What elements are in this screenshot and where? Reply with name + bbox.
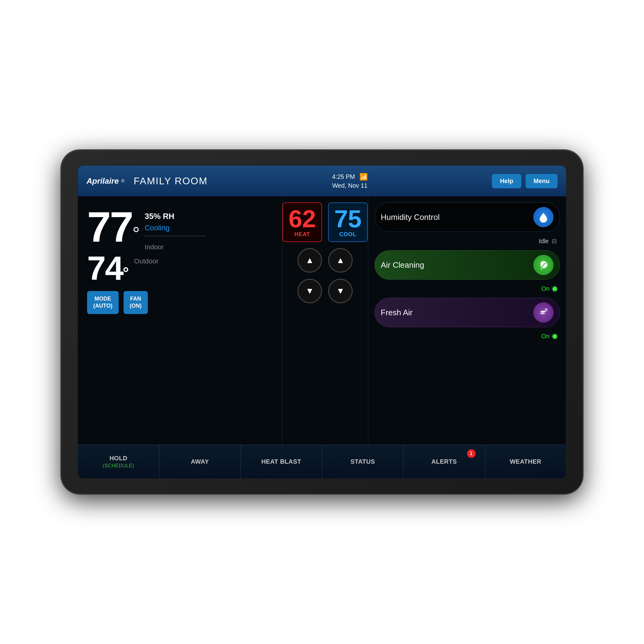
idle-status-row: Idle ⊟ xyxy=(374,237,560,245)
cool-down-button[interactable]: ▼ xyxy=(328,279,353,303)
brand-name: Aprilaire xyxy=(86,176,119,186)
fan-button[interactable]: FAN (ON) xyxy=(124,291,148,314)
current-date: Wed, Nov 11 xyxy=(332,182,367,189)
svg-point-0 xyxy=(545,308,548,311)
fan-label: FAN xyxy=(130,296,141,302)
nav-hold-label: HOLD xyxy=(109,455,128,462)
outdoor-degree: ° xyxy=(123,264,128,281)
nav-alerts-label: ALERTS xyxy=(431,458,457,465)
outdoor-temperature: 74° xyxy=(87,251,128,285)
bottom-navigation: HOLD (SCHEDULE) AWAY HEAT BLAST STATUS 1… xyxy=(78,445,566,478)
wind-icon xyxy=(538,307,549,318)
humidity-value: 35% RH xyxy=(145,212,206,221)
fresh-air-label: Fresh Air xyxy=(381,308,413,317)
heat-setpoint-value: 62 xyxy=(289,207,316,231)
fresh-air-status-row: On xyxy=(374,333,560,340)
humidity-control-card[interactable]: Humidity Control xyxy=(374,202,560,232)
wifi-icon: 📶 xyxy=(359,173,368,181)
mode-value: (AUTO) xyxy=(93,303,113,309)
fresh-air-card[interactable]: Fresh Air xyxy=(374,298,560,327)
nav-weather-label: WEATHER xyxy=(510,458,541,465)
heat-down-button[interactable]: ▼ xyxy=(297,279,322,303)
header-bar: Aprilaire® FAMILY ROOM 4:25 PM 📶 Wed, No… xyxy=(78,166,566,196)
outdoor-label: Outdoor xyxy=(134,248,159,265)
air-cleaning-label: Air Cleaning xyxy=(381,260,424,270)
indoor-temp-row: 77° 35% RH Cooling Indoor xyxy=(87,205,273,251)
header-buttons: Help Menu xyxy=(492,174,558,188)
indoor-temp-value: 77 xyxy=(87,203,132,251)
nav-alerts-badge: 1 xyxy=(467,449,476,458)
air-cleaning-card[interactable]: Air Cleaning xyxy=(374,250,560,280)
brand-registered: ® xyxy=(121,178,125,183)
fresh-air-icon xyxy=(533,302,554,323)
nav-hold[interactable]: HOLD (SCHEDULE) xyxy=(78,445,159,478)
cool-setpoint-value: 75 xyxy=(334,207,362,231)
time-wifi-row: 4:25 PM 📶 xyxy=(332,173,367,181)
help-button[interactable]: Help xyxy=(492,174,521,188)
thermostat-device: Aprilaire® FAMILY ROOM 4:25 PM 📶 Wed, No… xyxy=(61,150,583,494)
water-drop-icon xyxy=(538,212,549,223)
cool-setpoint-box: 75 COOL xyxy=(328,202,368,242)
nav-heat-blast[interactable]: HEAT BLAST xyxy=(241,445,322,478)
right-panel: Humidity Control Idle ⊟ Air Cleaning xyxy=(368,196,566,445)
air-cleaning-on-dot xyxy=(553,287,557,291)
nav-away-label: AWAY xyxy=(191,458,209,465)
indoor-degree: ° xyxy=(132,223,139,244)
nav-heat-blast-label: HEAT BLAST xyxy=(261,458,301,465)
nav-weather[interactable]: WEATHER xyxy=(485,445,566,478)
main-content: 77° 35% RH Cooling Indoor 74° Outdoor xyxy=(78,196,566,445)
air-cleaning-icon xyxy=(533,255,554,275)
nav-status-label: STATUS xyxy=(351,458,375,465)
brand-logo: Aprilaire® xyxy=(86,176,125,186)
current-time: 4:25 PM xyxy=(332,173,355,180)
humidity-control-icon xyxy=(533,207,554,227)
indoor-info: 35% RH Cooling Indoor xyxy=(145,205,206,251)
idle-icon: ⊟ xyxy=(552,237,557,245)
middle-panel: 62 HEAT 75 COOL ▲ ▲ ▼ ▼ xyxy=(282,196,368,445)
nav-away[interactable]: AWAY xyxy=(159,445,241,478)
fresh-air-on-dot xyxy=(553,334,557,339)
setpoints-row: 62 HEAT 75 COOL xyxy=(282,202,368,242)
nav-alerts[interactable]: 1 ALERTS xyxy=(404,445,485,478)
humidity-control-label: Humidity Control xyxy=(381,213,440,222)
air-cleaning-status-row: On xyxy=(374,285,560,292)
outdoor-temp-row: 74° Outdoor xyxy=(87,251,273,285)
leaf-icon xyxy=(538,259,549,271)
thermostat-screen: Aprilaire® FAMILY ROOM 4:25 PM 📶 Wed, No… xyxy=(77,165,567,479)
indoor-temperature: 77° xyxy=(87,205,139,248)
mode-buttons: MODE (AUTO) FAN (ON) xyxy=(87,291,273,314)
cool-up-button[interactable]: ▲ xyxy=(328,248,353,273)
menu-button[interactable]: Menu xyxy=(526,174,558,188)
header-datetime: 4:25 PM 📶 Wed, Nov 11 xyxy=(332,173,367,189)
room-name: FAMILY ROOM xyxy=(134,175,208,187)
mode-label: MODE xyxy=(94,296,111,302)
header-left: Aprilaire® FAMILY ROOM xyxy=(86,175,208,187)
heat-up-button[interactable]: ▲ xyxy=(297,248,322,273)
idle-label: Idle xyxy=(539,238,549,245)
arrow-buttons-up-row: ▲ ▲ xyxy=(297,248,353,273)
nav-hold-sub: (SCHEDULE) xyxy=(103,463,134,469)
nav-status[interactable]: STATUS xyxy=(322,445,404,478)
fresh-air-status: On xyxy=(541,333,550,340)
outdoor-temp-value: 74 xyxy=(87,249,123,287)
divider xyxy=(145,236,206,236)
fan-value: (ON) xyxy=(130,303,142,309)
mode-button[interactable]: MODE (AUTO) xyxy=(87,291,119,314)
air-cleaning-status: On xyxy=(541,285,550,292)
left-panel: 77° 35% RH Cooling Indoor 74° Outdoor xyxy=(78,196,282,445)
arrow-buttons-down-row: ▼ ▼ xyxy=(297,279,353,303)
heat-setpoint-box: 62 HEAT xyxy=(282,202,322,242)
cooling-status: Cooling xyxy=(145,224,206,232)
